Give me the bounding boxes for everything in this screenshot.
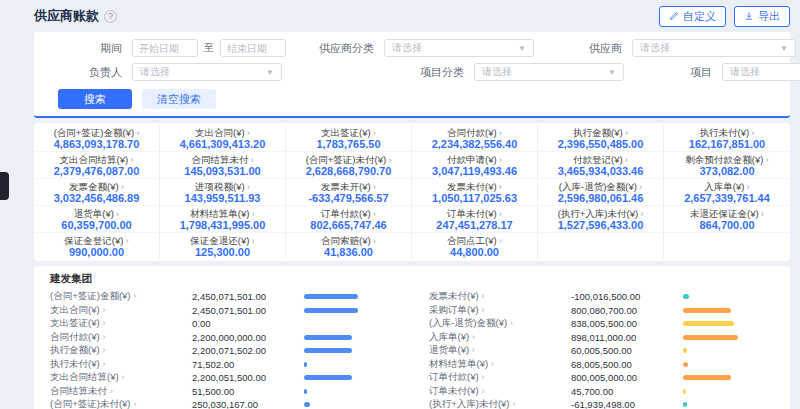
stat-value: 1,798,431,995.00 (162, 219, 283, 231)
chevron-right-icon: › (373, 208, 376, 219)
search-button[interactable]: 搜索 (58, 89, 132, 109)
metric-label: 材料结算单(¥) › (429, 358, 571, 371)
metric-bar-track (304, 294, 395, 299)
stat-value: 145,093,531.00 (162, 165, 283, 177)
chevron-right-icon: › (625, 127, 628, 138)
chevron-right-icon: › (761, 208, 764, 219)
metric-value: 800,005,000.00 (571, 372, 683, 383)
metric-row[interactable]: 合同结算未付 ›51,500.00 (50, 385, 395, 399)
period-start-input[interactable] (132, 39, 198, 57)
metric-row[interactable]: 支出签证(¥) ›0.00 (50, 317, 395, 331)
project-category-label: 项目分类 (400, 65, 464, 80)
metric-row[interactable]: 支出合同(¥) ›2,450,071,501.00 (50, 304, 395, 318)
metric-bar (304, 389, 307, 394)
metric-bar-track (304, 335, 395, 340)
metric-row[interactable]: (合同+签证)未付(¥) ›250,030,167.00 (50, 398, 395, 409)
stat-cell[interactable]: 未退还保证金(¥)›864,700.00 (664, 206, 790, 233)
stat-value: -633,479,566.57 (288, 192, 409, 204)
stat-cell[interactable]: 剩余预付款金额(¥)›373,082.00 (664, 152, 790, 179)
stat-value: 990,000.00 (36, 246, 157, 258)
metric-value: 0.00 (192, 318, 304, 329)
chevron-right-icon: › (479, 304, 485, 315)
metric-row[interactable]: 订单付款(¥) ›800,005,000.00 (429, 371, 774, 385)
project-category-select[interactable]: 请选择 ▼ (474, 63, 624, 81)
supplier-category-label: 供应商分类 (310, 41, 374, 56)
chevron-down-icon: ▼ (518, 44, 526, 53)
stat-cell[interactable]: 发票未付(¥)›1,050,117,025.63 (412, 179, 538, 206)
stat-cell[interactable]: 发票未开(¥)›-633,479,566.57 (286, 179, 412, 206)
stat-cell[interactable]: 材料结算单(¥)›1,798,431,995.00 (160, 206, 286, 233)
metric-row[interactable]: 退货单(¥) ›60,005,500.00 (429, 344, 774, 358)
stat-cell[interactable]: 执行金额(¥)›2,396,550,485.00 (538, 125, 664, 152)
stat-cell[interactable]: 退货单(¥)›60,359,700.00 (34, 206, 160, 233)
stat-cell[interactable]: 执行未付(¥)›162,167,851.00 (664, 125, 790, 152)
stat-cell[interactable]: 订单未付(¥)›247,451,278.17 (412, 206, 538, 233)
stat-label: 进项税额(¥)› (162, 181, 283, 192)
metric-row[interactable]: 入库单(¥) ›898,011,000.00 (429, 331, 774, 345)
stat-label: (合同+签证)未付(¥)› (288, 154, 409, 165)
metric-row[interactable]: (执行+入库)未付(¥) ›-61,939,498.00 (429, 398, 774, 409)
stat-cell[interactable]: 合同结算未付›145,093,531.00 (160, 152, 286, 179)
metric-bar (683, 335, 738, 340)
metric-row[interactable]: (合同+签证)金额(¥) ›2,450,071,501.00 (50, 290, 395, 304)
metric-row[interactable]: 材料结算单(¥) ›68,005,500.00 (429, 358, 774, 372)
chevron-right-icon: › (121, 181, 124, 192)
metric-row[interactable]: 执行金额(¥) ›2,200,071,502.00 (50, 344, 395, 358)
metric-row[interactable]: 合同付款(¥) ›2,200,000,000.00 (50, 331, 395, 345)
metric-value: 2,200,051,500.00 (192, 372, 304, 383)
stat-cell[interactable]: 订单付款(¥)›802,665,747.46 (286, 206, 412, 233)
chevron-right-icon: › (479, 290, 485, 301)
metric-bar-track (683, 335, 774, 340)
metric-label: (合同+签证)未付(¥) › (50, 398, 192, 409)
stat-label: (执行+入库)未付(¥)› (540, 208, 661, 219)
sidebar-drawer-handle[interactable] (0, 172, 9, 200)
stat-cell[interactable]: 入库单(¥)›2,657,339,761.44 (664, 179, 790, 206)
stat-label: 保证金退还(¥)› (162, 235, 283, 246)
stat-cell[interactable]: 保证金退还(¥)›125,300.00 (160, 233, 286, 259)
metric-label: 采购订单(¥) › (429, 304, 571, 317)
stat-value: 864,700.00 (666, 219, 788, 231)
metric-bar-track (683, 375, 774, 380)
stat-cell[interactable]: (合同+签证)未付(¥)›2,628,668,790.70 (286, 152, 412, 179)
stat-cell[interactable]: 付款申请(¥)›3,047,119,493.46 (412, 152, 538, 179)
metric-row[interactable]: (入库-退货)金额(¥) ›838,005,500.00 (429, 317, 774, 331)
metric-value: 45,700.00 (571, 386, 683, 397)
chevron-right-icon: › (507, 317, 513, 328)
stat-label: 执行未付(¥)› (666, 127, 788, 138)
chevron-right-icon: › (131, 398, 137, 409)
metric-bar (683, 375, 731, 380)
stat-cell[interactable]: 支出签证(¥)›1,783,765.50 (286, 125, 412, 152)
stat-cell[interactable]: 进项税额(¥)›143,959,511.93 (160, 179, 286, 206)
project-select[interactable]: 请选择 ▼ (722, 63, 800, 81)
stat-value: 802,665,747.46 (288, 219, 409, 231)
export-button[interactable]: 导出 (734, 6, 790, 27)
metric-row[interactable]: 订单未付(¥) ›45,700.00 (429, 385, 774, 399)
stat-cell[interactable]: (入库-退货)金额(¥)›2,596,980,061.46 (538, 179, 664, 206)
metric-row[interactable]: 支出合同结算(¥) ›2,200,051,500.00 (50, 371, 395, 385)
supplier-select[interactable]: 请选择 ▼ (632, 39, 796, 57)
metric-value: 2,450,071,501.00 (192, 305, 304, 316)
stat-cell[interactable]: 保证金登记(¥)›990,000.00 (34, 233, 160, 259)
stat-cell[interactable]: 合同索赔(¥)›41,836.00 (286, 233, 412, 259)
supplier-category-select[interactable]: 请选择 ▼ (384, 39, 534, 57)
metric-row[interactable]: 发票未付(¥) ›-100,016,500.00 (429, 290, 774, 304)
stat-cell[interactable]: 支出合同结算(¥)›2,379,476,087.00 (34, 152, 160, 179)
metric-bar (683, 294, 689, 299)
stat-cell[interactable]: 支出合同(¥)›4,661,309,413.20 (160, 125, 286, 152)
customize-button[interactable]: 自定义 (659, 6, 726, 27)
stat-cell[interactable]: 合同付款(¥)›2,234,382,556.40 (412, 125, 538, 152)
metric-label: 执行未付(¥) › (50, 358, 192, 371)
stat-cell[interactable]: 发票金额(¥)›3,032,456,486.89 (34, 179, 160, 206)
owner-select[interactable]: 请选择 ▼ (132, 63, 282, 81)
stat-cell[interactable]: 付款登记(¥)›3,465,934,033.46 (538, 152, 664, 179)
stat-cell[interactable]: 合同点工(¥)›44,800.00 (412, 233, 538, 259)
stat-cell[interactable]: (执行+入库)未付(¥)›1,527,596,433.00 (538, 206, 664, 233)
help-icon[interactable]: ? (104, 10, 117, 23)
metric-row[interactable]: 采购订单(¥) ›800,080,700.00 (429, 304, 774, 318)
metric-row[interactable]: 执行未付(¥) ›71,502.00 (50, 358, 395, 372)
period-end-input[interactable] (220, 39, 286, 57)
clear-search-button[interactable]: 清空搜索 (142, 89, 216, 109)
edit-icon (669, 11, 679, 21)
stat-cell[interactable]: (合同+签证)金额(¥)›4,863,093,178.70 (34, 125, 160, 152)
stat-label: (合同+签证)金额(¥)› (36, 127, 157, 138)
